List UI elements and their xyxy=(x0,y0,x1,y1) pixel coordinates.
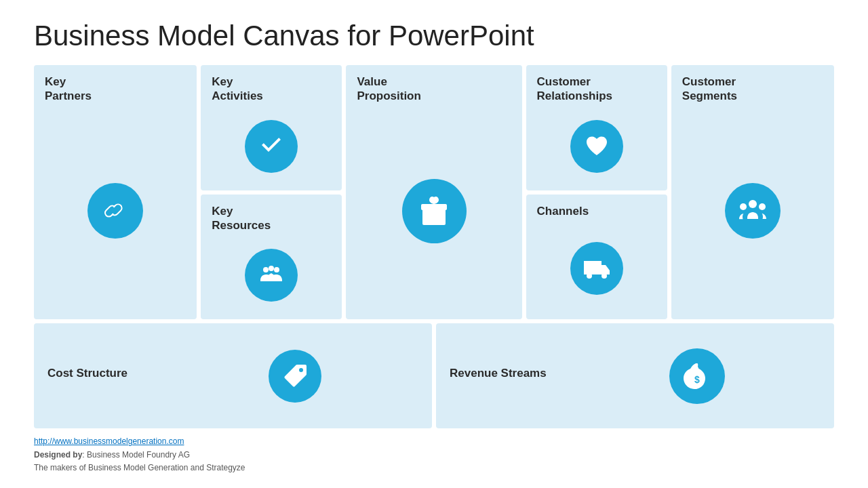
canvas-grid: KeyPartners KeyActivities xyxy=(34,65,834,428)
right-double: CustomerRelationships Channels xyxy=(526,65,667,319)
svg-point-0 xyxy=(263,267,269,272)
bottom-row: Cost Structure Revenue Streams xyxy=(34,323,834,428)
svg-rect-5 xyxy=(433,204,435,225)
customer-segments-label: CustomerSegments xyxy=(682,75,737,104)
svg-point-11 xyxy=(759,203,766,210)
key-resources-icon xyxy=(245,249,298,302)
channels-icon xyxy=(570,242,623,295)
cell-key-partners: KeyPartners xyxy=(34,65,197,319)
top-row: KeyPartners KeyActivities xyxy=(34,65,834,319)
cost-structure-label: Cost Structure xyxy=(47,366,171,380)
value-proposition-label: ValueProposition xyxy=(357,75,420,104)
customer-segments-icon xyxy=(725,183,781,239)
revenue-streams-icon: $ xyxy=(669,348,725,404)
cell-cost-structure: Cost Structure xyxy=(34,323,432,428)
key-partners-label: KeyPartners xyxy=(45,75,92,104)
cell-customer-segments: CustomerSegments xyxy=(671,65,834,319)
footer: http://www.businessmodelgeneration.com D… xyxy=(34,435,834,474)
cell-channels: Channels xyxy=(526,195,667,320)
svg-point-10 xyxy=(740,203,747,210)
revenue-streams-label: Revenue Streams xyxy=(450,366,573,380)
channels-label: Channels xyxy=(537,204,589,218)
cell-customer-relationships: CustomerRelationships xyxy=(526,65,667,190)
cell-key-activities: KeyActivities xyxy=(201,65,342,190)
svg-point-1 xyxy=(269,266,274,271)
key-partners-icon-area xyxy=(45,109,186,313)
svg-text:$: $ xyxy=(694,374,700,385)
channels-icon-area xyxy=(537,224,656,312)
key-activities-icon-area xyxy=(212,109,331,184)
customer-relationships-icon-area xyxy=(537,109,656,184)
key-resources-label: KeyResources xyxy=(212,204,271,233)
value-proposition-icon-area xyxy=(357,109,511,313)
page-title: Business Model Canvas for PowerPoint xyxy=(34,20,834,52)
page: Business Model Canvas for PowerPoint Key… xyxy=(0,0,868,488)
value-proposition-icon xyxy=(402,179,467,243)
customer-segments-icon-area xyxy=(682,109,823,313)
cell-value-proposition: ValueProposition xyxy=(346,65,521,319)
middle-column: KeyActivities KeyResources xyxy=(201,65,342,319)
key-partners-icon xyxy=(87,183,143,239)
cost-structure-icon xyxy=(269,350,321,403)
customer-relationships-label: CustomerRelationships xyxy=(537,75,612,104)
svg-point-12 xyxy=(299,368,303,372)
key-activities-label: KeyActivities xyxy=(212,75,263,104)
footer-designed-by: Designed by: Business Model Foundry AG xyxy=(34,450,190,460)
cell-revenue-streams: Revenue Streams $ xyxy=(436,323,834,428)
customer-relationships-icon xyxy=(570,120,623,173)
svg-point-7 xyxy=(601,273,607,279)
footer-url[interactable]: http://www.businessmodelgeneration.com xyxy=(34,436,184,446)
svg-point-2 xyxy=(274,267,279,272)
cell-key-resources: KeyResources xyxy=(201,195,342,320)
key-activities-icon xyxy=(245,120,298,173)
footer-tagline: The makers of Business Model Generation … xyxy=(34,463,245,472)
svg-point-9 xyxy=(749,200,757,208)
svg-point-6 xyxy=(587,273,592,279)
key-resources-icon-area xyxy=(212,238,331,312)
